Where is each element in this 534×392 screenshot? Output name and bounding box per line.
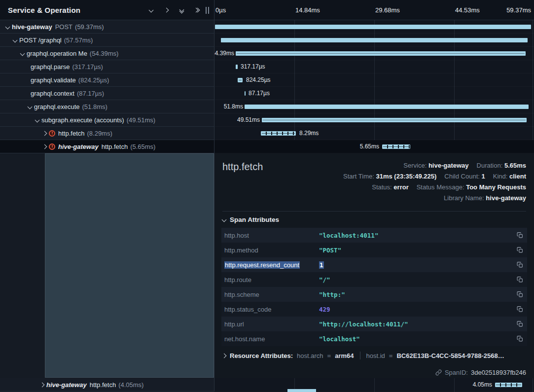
attribute-key: http.method	[224, 247, 319, 254]
attribute-value: "localhost"	[319, 335, 513, 343]
span-bar-label: 49.51ms	[231, 113, 260, 127]
span-bar-label: 8.29ms	[299, 127, 319, 140]
span-row-hive-gateway-post[interactable]: hive-gateway POST (59.37ms)	[0, 20, 534, 34]
span-row-http-fetch-4ms[interactable]: hive-gateway http.fetch (4.05ms) 4.05ms	[0, 378, 534, 392]
copy-icon[interactable]	[517, 261, 523, 268]
span-tree-cell[interactable]: graphql.context (87.17µs)	[0, 87, 214, 100]
copy-icon[interactable]	[517, 321, 523, 327]
span-tree-cell[interactable]: http.fetch (8.29ms)	[0, 127, 214, 140]
selected-span-region	[45, 153, 214, 378]
span-row-graphql-execute[interactable]: graphql.execute (51.8ms) 51.8ms	[0, 100, 534, 113]
chevron-down-icon[interactable]	[4, 25, 11, 29]
expand-all-double-chevron-right-icon[interactable]	[193, 6, 201, 14]
chevron-down-icon[interactable]	[26, 105, 33, 108]
start-time-value: 31ms (23:35:49.225)	[376, 173, 437, 180]
span-bar[interactable]	[382, 144, 410, 149]
timeline-tick: 14.84ms	[295, 0, 320, 20]
span-bar[interactable]	[245, 105, 529, 109]
attribute-value: "/"	[319, 276, 513, 284]
span-tree-cell[interactable]: hive-gateway http.fetch (5.65ms)	[0, 140, 214, 153]
copy-icon[interactable]	[517, 276, 523, 283]
child-count-label: Child Count:	[444, 173, 480, 180]
span-tree-cell[interactable]: graphql.operation Me (54.39ms)	[0, 47, 214, 60]
span-attributes-header[interactable]: Span Attributes	[222, 216, 279, 223]
span-row-graphql-context[interactable]: graphql.context (87.17µs) 87.17µs	[0, 87, 534, 100]
span-detail-panel: http.fetch Service: hive-gatewayDuration…	[214, 153, 534, 378]
span-bar-label: 51.8ms	[216, 100, 243, 113]
span-row-graphql-parse[interactable]: graphql.parse (317.17µs) 317.17µs	[0, 60, 534, 73]
resource-attr-key: host.id	[366, 352, 385, 359]
span-timeline-cell: 51.8ms	[214, 100, 534, 113]
duration-label: Duration:	[477, 162, 503, 169]
resource-attr-value: arm64	[335, 352, 354, 359]
span-bar[interactable]	[236, 65, 238, 69]
span-row-graphql-operation[interactable]: graphql.operation Me (54.39ms) 54.39ms	[0, 47, 534, 60]
copy-icon[interactable]	[517, 291, 523, 298]
link-icon[interactable]	[435, 369, 442, 376]
span-row-post-graphql[interactable]: POST /graphql (57.57ms)	[0, 34, 534, 47]
span-tree-cell[interactable]: graphql.validate (824.25µs)	[0, 73, 214, 87]
copy-icon[interactable]	[517, 335, 523, 342]
span-timeline-cell: 317.17µs	[214, 60, 534, 73]
span-row-http-fetch-5ms-selected[interactable]: hive-gateway http.fetch (5.65ms) 5.65ms	[0, 140, 534, 153]
resource-attributes-row[interactable]: Resource Attributes: host.arch = arm64 h…	[222, 352, 526, 359]
copy-icon[interactable]	[517, 306, 523, 313]
resource-attr-key: host.arch	[297, 352, 323, 359]
chevron-down-icon	[222, 217, 227, 222]
resource-attributes-title: Resource Attributes:	[230, 352, 293, 359]
span-tree-cell[interactable]: subgraph.execute (accounts) (49.51ms)	[0, 113, 214, 127]
span-tree-cell[interactable]: graphql.execute (51.8ms)	[0, 100, 214, 113]
resource-attr-value: BC62E13B-C4CC-5854-9788-2568…	[396, 352, 504, 359]
chevron-down-icon[interactable]	[11, 38, 18, 42]
span-service: hive-gateway	[58, 143, 99, 150]
span-bar[interactable]	[236, 51, 526, 56]
span-bar-label: 4.05ms	[463, 378, 492, 392]
copy-icon[interactable]	[517, 232, 523, 239]
timeline-tick: 29.68ms	[375, 0, 400, 20]
span-duration: (87.17µs)	[77, 90, 104, 97]
span-service: hive-gateway	[12, 23, 52, 31]
span-tree-cell[interactable]: hive-gateway http.fetch (4.05ms)	[0, 378, 214, 392]
span-tree-cell[interactable]: hive-gateway POST (59.37ms)	[0, 20, 214, 34]
span-bar[interactable]	[495, 383, 522, 387]
chevron-down-icon[interactable]	[19, 52, 26, 55]
span-bar[interactable]	[262, 118, 527, 122]
span-bar[interactable]	[261, 131, 296, 136]
attribute-key: http.status_code	[224, 306, 319, 313]
span-bar[interactable]	[215, 25, 531, 29]
chevron-down-icon[interactable]	[34, 118, 40, 122]
attribute-row: http.method "POST"	[221, 243, 527, 257]
span-attributes-table: http.host "localhost:4011" http.method "…	[221, 228, 527, 346]
span-duration: (5.65ms)	[130, 143, 155, 150]
copy-icon[interactable]	[517, 247, 523, 253]
span-bar-label: 87.17µs	[249, 87, 270, 100]
span-id-value: 3de02518937fb246	[471, 369, 526, 376]
span-name: http.fetch	[102, 143, 128, 150]
span-timeline-cell: 8.29ms	[214, 127, 534, 140]
span-timeline-cell: 87.17µs	[214, 87, 534, 100]
span-name: graphql.operation Me	[27, 50, 87, 57]
span-bar[interactable]	[238, 78, 243, 82]
span-tree-cell[interactable]: graphql.parse (317.17µs)	[0, 60, 214, 73]
start-time-label: Start Time:	[343, 173, 374, 180]
panel-resize-handle[interactable]	[206, 7, 209, 14]
collapse-one-chevron-down-icon[interactable]	[147, 6, 155, 14]
span-bar[interactable]	[221, 38, 528, 42]
chevron-right-icon[interactable]	[41, 132, 48, 135]
attribute-key: http.route	[224, 276, 319, 284]
expand-one-chevron-right-icon[interactable]	[162, 6, 170, 14]
span-row-graphql-validate[interactable]: graphql.validate (824.25µs) 824.25µs	[0, 73, 534, 87]
span-bar[interactable]	[245, 91, 246, 96]
status-message-label: Status Message:	[417, 183, 464, 191]
span-tree-cell[interactable]: POST /graphql (57.57ms)	[0, 34, 214, 47]
chevron-right-icon[interactable]	[38, 383, 45, 387]
span-id-row: SpanID: 3de02518937fb246	[435, 369, 526, 376]
span-row-http-fetch-8ms[interactable]: http.fetch (8.29ms) 8.29ms	[0, 127, 534, 140]
chevron-right-icon[interactable]	[41, 145, 48, 148]
span-timeline-cell	[214, 20, 534, 34]
header-bar: Service & Operation 0µs 14.84ms 29.68ms …	[0, 0, 534, 20]
span-row-subgraph-execute[interactable]: subgraph.execute (accounts) (49.51ms) 49…	[0, 113, 534, 127]
span-bar-partial[interactable]	[287, 389, 316, 392]
span-duration: (317.17µs)	[72, 63, 103, 71]
collapse-all-double-chevron-down-icon[interactable]	[178, 6, 185, 14]
